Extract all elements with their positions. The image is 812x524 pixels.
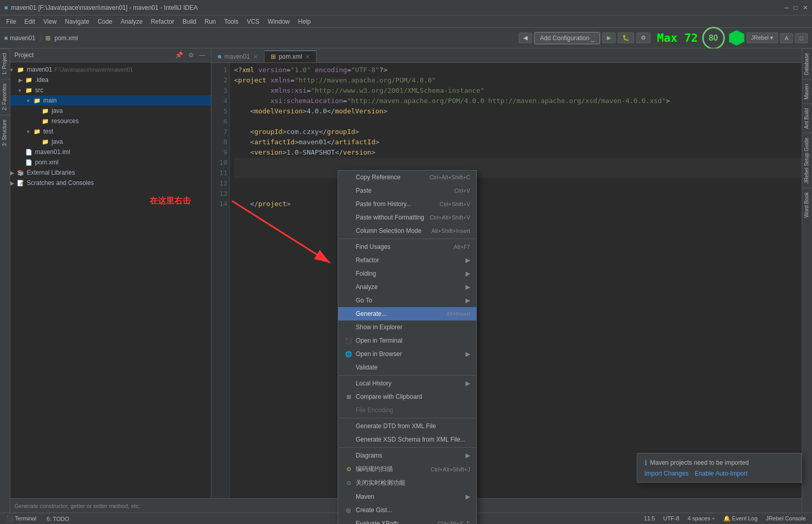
menu-build[interactable]: Build bbox=[178, 17, 201, 26]
hide-btn[interactable]: — bbox=[197, 50, 207, 60]
ctx-compare-clipboard[interactable]: ⊞ Compare with Clipboard bbox=[338, 390, 476, 403]
add-config-button[interactable]: Add Configuration _ bbox=[534, 32, 600, 44]
browser-arrow: ▶ bbox=[466, 350, 470, 358]
pin-btn[interactable]: 📌 bbox=[174, 50, 185, 60]
close-btn[interactable]: ✕ bbox=[803, 4, 808, 11]
side-tab-favorites[interactable]: 2: Favorites bbox=[0, 79, 10, 114]
ctx-create-gist[interactable]: ◎ Create Gist... bbox=[338, 503, 476, 517]
ctx-paste[interactable]: Paste Ctrl+V bbox=[338, 184, 476, 197]
side-tab-structure[interactable]: 3: Structure bbox=[0, 115, 10, 150]
menu-edit[interactable]: Edit bbox=[20, 17, 39, 26]
toolbar-more[interactable]: □ bbox=[795, 33, 808, 43]
import-changes-link[interactable]: Import Changes bbox=[644, 470, 688, 477]
tree-src[interactable]: ▾ 📁 src bbox=[10, 85, 211, 95]
ctx-goto[interactable]: Go To ▶ bbox=[338, 294, 476, 307]
menu-run[interactable]: Run bbox=[201, 17, 220, 26]
code-line-2: <project xmlns="http://maven.apache.org/… bbox=[234, 75, 802, 86]
tree-test[interactable]: ▾ 📁 test bbox=[10, 126, 211, 137]
menu-vcs[interactable]: VCS bbox=[243, 17, 264, 26]
menu-navigate[interactable]: Navigate bbox=[61, 17, 93, 26]
tab-pom-close[interactable]: ✕ bbox=[305, 54, 310, 60]
minimize-btn[interactable]: ─ bbox=[784, 4, 789, 11]
ctx-generate[interactable]: Generate... Alt+Insert bbox=[338, 307, 476, 320]
side-tab-maven[interactable]: Maven bbox=[802, 79, 812, 104]
status-encoding[interactable]: UTF-8 bbox=[661, 515, 681, 522]
tree-idea[interactable]: ▶ 📁 .idea bbox=[10, 75, 211, 85]
tab-maven01[interactable]: ■ maven01 ✕ bbox=[211, 51, 264, 62]
ctx-column-selection[interactable]: Column Selection Mode Alt+Shift+Insert bbox=[338, 224, 476, 238]
menu-refactor[interactable]: Refactor bbox=[147, 17, 178, 26]
status-indent[interactable]: 4 spaces ÷ bbox=[686, 515, 717, 522]
jrebel-btn[interactable]: JRebel ▾ bbox=[747, 32, 778, 43]
ctx-evaluate-xpath[interactable]: Evaluate XPath... Ctrl+Alt+X, E bbox=[338, 517, 476, 524]
tree-iml[interactable]: 📄 maven01.iml bbox=[10, 147, 211, 157]
editor-tabs: ■ maven01 ✕ ⊞ pom.xml ✕ bbox=[211, 48, 802, 63]
ctx-paste-history[interactable]: Paste from History... Ctrl+Shift+V bbox=[338, 197, 476, 211]
tree-pom[interactable]: 📄 pom.xml bbox=[10, 157, 211, 167]
code-line-13 bbox=[234, 189, 802, 199]
menu-tools[interactable]: Tools bbox=[220, 17, 243, 26]
ctx-generate-dtd[interactable]: Generate DTD from XML File bbox=[338, 419, 476, 433]
code-line-6 bbox=[234, 116, 802, 127]
ctx-find-usages[interactable]: Find Usages Alt+F7 bbox=[338, 240, 476, 253]
find-usages-icon bbox=[344, 243, 353, 251]
settings-btn[interactable]: ⚙ bbox=[187, 50, 195, 60]
side-tab-ant[interactable]: Ant Build bbox=[802, 104, 812, 133]
ctx-copy-reference[interactable]: Copy Reference Ctrl+Alt+Shift+C bbox=[338, 171, 476, 184]
menu-file[interactable]: File bbox=[2, 17, 20, 26]
ctx-diagrams[interactable]: Diagrams ▶ bbox=[338, 449, 476, 462]
tree-external-libraries[interactable]: ▶ 📚 External Libraries bbox=[10, 167, 211, 178]
window-controls: ─ □ ✕ bbox=[784, 4, 808, 11]
ctx-open-browser[interactable]: 🌐 Open in Browser ▶ bbox=[338, 347, 476, 361]
menu-window[interactable]: Window bbox=[263, 17, 294, 26]
ctx-paste-no-format[interactable]: Paste without Formatting Ctrl+Alt+Shift+… bbox=[338, 211, 476, 224]
status-event-log[interactable]: 🔔 Event Log bbox=[721, 515, 760, 522]
side-tab-jrebel-setup[interactable]: JRebel Setup Guide bbox=[802, 133, 812, 188]
tree-java-main[interactable]: 📁 java bbox=[10, 106, 211, 116]
tab-pom[interactable]: ⊞ pom.xml ✕ bbox=[264, 50, 317, 62]
status-jrebel-console[interactable]: JRebel Console bbox=[764, 515, 808, 522]
side-tab-database[interactable]: Database bbox=[802, 48, 812, 79]
toolbar-translate[interactable]: A bbox=[780, 33, 793, 43]
menu-help[interactable]: Help bbox=[294, 17, 315, 26]
menu-code[interactable]: Code bbox=[93, 17, 117, 26]
ctx-open-terminal[interactable]: ⬛ Open in Terminal bbox=[338, 334, 476, 347]
tree-main[interactable]: ▾ 📁 main bbox=[10, 95, 211, 106]
folding-arrow: ▶ bbox=[466, 270, 470, 277]
tree-scratches[interactable]: ▶ 📝 Scratches and Consoles bbox=[10, 178, 211, 188]
ctx-maven[interactable]: Maven ▶ bbox=[338, 490, 476, 503]
ctx-folding[interactable]: Folding ▶ bbox=[338, 267, 476, 280]
generate-icon bbox=[344, 310, 353, 318]
side-tab-wordbook[interactable]: Word Book bbox=[802, 188, 812, 222]
status-terminal[interactable]: ⬛ Terminal bbox=[4, 515, 38, 522]
menu-analyze[interactable]: Analyze bbox=[117, 17, 147, 26]
ctx-analyze[interactable]: Analyze ▶ bbox=[338, 280, 476, 294]
ctx-generate-xsd[interactable]: Generate XSD Schema from XML File... bbox=[338, 433, 476, 446]
toolbar-run[interactable]: ▶ bbox=[602, 32, 616, 43]
toolbar-back[interactable]: ◀ bbox=[519, 32, 532, 43]
tree-java-test[interactable]: 📁 java bbox=[10, 137, 211, 147]
enable-autoimport-link[interactable]: Enable Auto-Import bbox=[694, 470, 748, 477]
ctx-close-detect[interactable]: ⊙ 关闭实时检测功能 bbox=[338, 476, 476, 490]
status-position[interactable]: 11:5 bbox=[642, 515, 657, 522]
ctx-validate[interactable]: Validate bbox=[338, 361, 476, 374]
tab-maven01-close[interactable]: ✕ bbox=[253, 54, 258, 60]
toolbar-debug[interactable]: 🐛 bbox=[618, 32, 634, 43]
menu-view[interactable]: View bbox=[39, 17, 61, 26]
side-tab-project[interactable]: 1: Project bbox=[0, 48, 10, 79]
maximize-btn[interactable]: □ bbox=[794, 4, 798, 11]
code-editor[interactable]: 12345 678910 11121314 <?xml version="1.0… bbox=[211, 63, 802, 513]
tree-resources[interactable]: 📁 resources bbox=[10, 116, 211, 126]
ctx-local-history[interactable]: Local History ▶ bbox=[338, 377, 476, 390]
explorer-icon bbox=[344, 323, 353, 331]
code-content[interactable]: <?xml version="1.0" encoding="UTF-8"?> <… bbox=[230, 63, 802, 513]
ctx-refactor[interactable]: Refactor ▶ bbox=[338, 253, 476, 267]
main-label: main bbox=[43, 97, 57, 104]
toolbar-settings[interactable]: ⚙ bbox=[636, 32, 651, 43]
tree-root[interactable]: ▾ 📁 maven01 F:\Java\space\maven\maven01 bbox=[10, 64, 211, 75]
folding-icon bbox=[344, 269, 353, 278]
status-todo[interactable]: 6: TODO bbox=[44, 516, 71, 522]
notification-popup: ℹ Maven projects need to be imported Imp… bbox=[637, 453, 802, 483]
ctx-code-scan[interactable]: ⊙ 编码规约扫描 Ctrl+Alt+Shift+J bbox=[338, 462, 476, 476]
ctx-show-explorer[interactable]: Show in Explorer bbox=[338, 320, 476, 334]
